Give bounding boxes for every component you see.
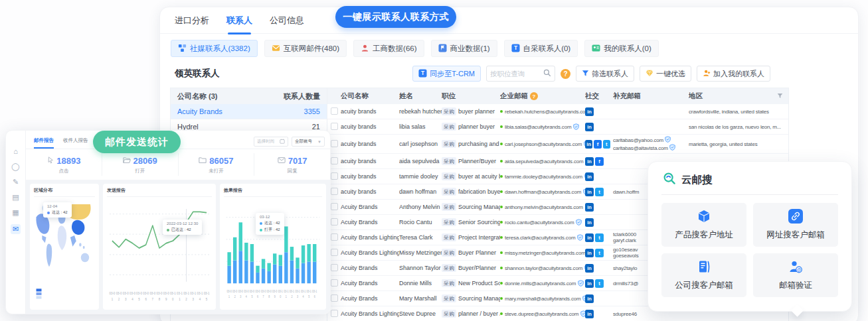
social-cell: in xyxy=(585,123,613,131)
row-checkbox[interactable] xyxy=(331,279,338,287)
stats-tab-1[interactable]: 收件人报告 xyxy=(63,137,88,149)
edit-icon[interactable]: ✎ xyxy=(13,178,19,186)
title-cell: 采购Project Intergration xyxy=(442,233,500,241)
linkedin-icon[interactable]: in xyxy=(585,157,594,166)
search-icon[interactable] xyxy=(543,68,551,80)
row-checkbox[interactable] xyxy=(331,172,338,180)
company-row[interactable]: Acuity Brands3355 xyxy=(171,104,327,119)
verified-dot-icon xyxy=(500,125,503,128)
cloud-feature-0[interactable]: 产品搜客户地址 xyxy=(661,203,746,247)
source-chip-1[interactable]: 互联网邮件(480) xyxy=(264,40,347,57)
linkedin-icon[interactable]: in xyxy=(585,233,594,242)
linkedin-icon[interactable]: in xyxy=(585,218,594,227)
row-checkbox[interactable] xyxy=(331,310,338,317)
linkedin-icon[interactable]: in xyxy=(585,279,594,288)
twitter-icon[interactable]: t xyxy=(595,188,604,196)
name-cell: carl josephson xyxy=(399,141,442,147)
company-cell: acuity brands xyxy=(341,158,399,164)
help-icon[interactable]: ? xyxy=(561,69,570,79)
map-tooltip: 12-04 送达 : 42 xyxy=(43,202,72,218)
email-column-header: 企业邮箱? xyxy=(500,92,585,101)
tab-1[interactable]: 联系人 xyxy=(226,15,252,27)
grid-icon[interactable]: ▦ xyxy=(12,209,19,216)
twitter-icon[interactable]: t xyxy=(595,233,604,242)
list-icon[interactable]: ▤ xyxy=(12,194,19,201)
linkedin-icon[interactable]: in xyxy=(585,123,594,131)
position-search-input[interactable] xyxy=(490,70,543,78)
source-chip-2[interactable]: 工商数据(66) xyxy=(353,40,424,57)
linkedin-icon[interactable]: in xyxy=(585,172,594,181)
facebook-icon[interactable]: f xyxy=(594,140,601,149)
linkedin-icon[interactable]: in xyxy=(585,107,594,116)
cube-icon xyxy=(697,209,711,225)
linkedin-icon[interactable]: in xyxy=(585,249,594,257)
twitter-icon[interactable]: t xyxy=(595,249,604,257)
cloud-feature-3[interactable]: @邮箱验证 xyxy=(753,253,838,297)
stat-top: 28069 xyxy=(123,155,157,166)
source-chip-4[interactable]: T自采联系人(0) xyxy=(504,40,578,57)
help-icon[interactable]: ? xyxy=(530,92,538,100)
filter-funnel-icon[interactable] xyxy=(777,92,783,100)
title-cell: 采购Senior Sourcing Man xyxy=(442,218,500,226)
row-checkbox[interactable] xyxy=(331,233,338,241)
cloud-feature-1[interactable]: 网址搜客户邮箱 xyxy=(753,203,838,247)
row-checkbox[interactable] xyxy=(331,218,338,225)
linkedin-icon[interactable]: in xyxy=(585,188,594,196)
row-checkbox[interactable] xyxy=(331,264,338,271)
source-chip-5[interactable]: 我的联系人(0) xyxy=(584,40,659,57)
linkedin-icon[interactable]: in xyxy=(585,294,594,303)
linkedin-icon[interactable]: in xyxy=(585,203,594,212)
home-icon[interactable]: ⌂ xyxy=(13,148,18,155)
person-verify-icon: @ xyxy=(788,259,803,276)
verified-dot-icon xyxy=(500,143,503,145)
title-cell: 采购planner / buyer / pr xyxy=(442,310,500,318)
svg-text:4: 4 xyxy=(246,294,247,298)
email-text: rocio.cantu@acuitybrands.com xyxy=(505,220,574,225)
one-click-optimize-button[interactable]: 一键优选 xyxy=(640,66,691,82)
date-placeholder: 选择时间 xyxy=(257,139,274,145)
stat-top: 18893 xyxy=(46,155,80,166)
extra-email-column-header: 补充邮箱 xyxy=(613,92,689,101)
svg-text:03-0: 03-0 xyxy=(255,290,260,294)
row-checkbox[interactable] xyxy=(331,294,338,302)
stats-tab-0[interactable]: 邮件报告 xyxy=(34,137,54,149)
stat-label: 点击 xyxy=(58,168,68,174)
row-checkbox[interactable] xyxy=(331,123,338,130)
row-checkbox[interactable] xyxy=(331,157,338,164)
row-checkbox[interactable] xyxy=(331,188,338,195)
tooltip-dot xyxy=(167,229,169,231)
row-checkbox[interactable] xyxy=(331,107,338,115)
row-checkbox[interactable] xyxy=(331,249,338,256)
source-chip-0[interactable]: 社媒联系人(3382) xyxy=(171,40,258,57)
title-cell: 采购buyer at acuity bran xyxy=(442,172,500,180)
row-checkbox[interactable] xyxy=(331,140,338,147)
linkedin-icon[interactable]: in xyxy=(585,264,594,273)
tab-2[interactable]: 公司信息 xyxy=(270,15,304,27)
row-checkbox[interactable] xyxy=(331,203,338,210)
history-icon[interactable]: ◯ xyxy=(11,163,19,170)
svg-text:03-1: 03-1 xyxy=(312,290,317,294)
source-chip-3[interactable]: 商业数据(1) xyxy=(431,40,497,57)
svg-text:03-1: 03-1 xyxy=(295,290,300,294)
svg-text:03-1: 03-1 xyxy=(284,290,289,294)
linkedin-icon[interactable]: in xyxy=(585,310,594,318)
verified-shield-icon xyxy=(573,121,579,133)
bar-tooltip: 03-12 送达 : 42打开 : 42 xyxy=(256,213,284,235)
filter-contacts-button[interactable]: 筛选联系人 xyxy=(576,66,634,82)
sync-tcrm-button[interactable]: T 同步至T-CRM xyxy=(412,66,481,82)
add-to-my-contacts-button[interactable]: 加入我的联系人 xyxy=(697,66,770,82)
checkbox-cell xyxy=(327,105,341,117)
twitter-icon[interactable]: t xyxy=(603,140,610,149)
twitter-icon[interactable]: t xyxy=(595,279,604,288)
region-column-header-label: 地区 xyxy=(689,92,703,101)
position-search[interactable] xyxy=(486,66,555,82)
facebook-icon[interactable]: f xyxy=(595,157,604,166)
email-text: anthony.melvin@acuitybrands.com xyxy=(505,204,583,210)
mail-icon[interactable]: ✉ xyxy=(11,224,21,234)
date-range-input[interactable]: 选择时间 xyxy=(254,137,288,147)
svg-text:4: 4 xyxy=(303,294,304,298)
tab-0[interactable]: 进口分析 xyxy=(175,15,209,27)
account-select[interactable]: 全部账号 ▼ xyxy=(292,137,325,147)
cloud-feature-2[interactable]: 公司搜客户邮箱 xyxy=(661,253,746,297)
linkedin-icon[interactable]: in xyxy=(585,140,592,149)
